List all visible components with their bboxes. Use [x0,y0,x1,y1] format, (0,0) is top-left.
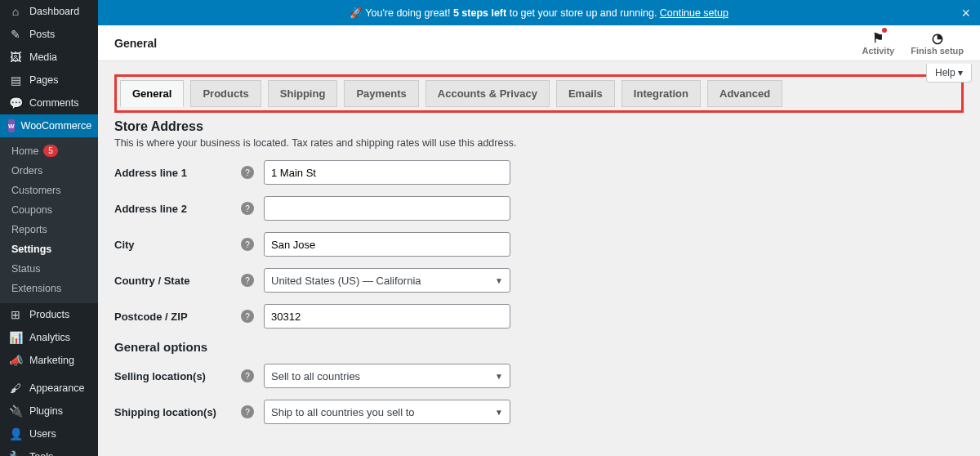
chevron-down-icon: ▼ [495,372,503,381]
submenu-label: Extensions [11,283,61,294]
banner-text: 🚀 You're doing great! 5 steps left to ge… [350,7,728,19]
select-value: Ship to all countries you sell to [271,406,415,418]
continue-setup-link[interactable]: Continue setup [660,7,728,19]
select-country-state[interactable]: United States (US) — California ▼ [264,268,510,293]
finish-setup-button[interactable]: ◔ Finish setup [911,30,964,56]
tab-integration[interactable]: Integration [621,80,701,107]
sidebar-label: Media [29,51,57,63]
sidebar-item-dashboard[interactable]: ⌂Dashboard [0,0,98,23]
sidebar-item-posts[interactable]: ✎Posts [0,23,98,46]
sidebar-item-comments[interactable]: 💬Comments [0,92,98,114]
submenu-label: Customers [11,185,60,196]
label-city: City [114,239,241,251]
sidebar-item-users[interactable]: 👤Users [0,422,98,445]
submenu-home[interactable]: Home5 [0,141,98,161]
submenu-coupons[interactable]: Coupons [0,200,98,220]
sidebar-label: WooCommerce [21,120,92,132]
row-city: City ? [114,232,964,257]
help-icon[interactable]: ? [241,405,254,418]
input-address-1[interactable] [264,160,510,185]
help-icon[interactable]: ? [241,166,254,179]
progress-icon: ◔ [932,30,943,46]
row-address-1: Address line 1 ? [114,160,964,185]
banner-bold: 5 steps left [453,7,506,19]
help-icon[interactable]: ? [241,202,254,215]
sidebar-item-analytics[interactable]: 📊Analytics [0,326,98,349]
label-shipping-locations: Shipping location(s) [114,406,241,418]
tab-products[interactable]: Products [190,80,261,107]
content-area: General Products Shipping Payments Accou… [98,61,980,424]
help-icon[interactable]: ? [241,310,254,323]
row-postcode: Postcode / ZIP ? [114,304,964,329]
submenu-extensions[interactable]: Extensions [0,279,98,298]
sidebar-item-products[interactable]: ⊞Products [0,303,98,326]
submenu-label: Settings [11,244,51,255]
input-address-2[interactable] [264,196,510,221]
sidebar-label: Posts [29,29,55,40]
users-icon: 👤 [8,427,23,440]
posts-icon: ✎ [8,28,23,41]
flag-icon: ⚑ [872,30,884,46]
sidebar-item-appearance[interactable]: 🖌Appearance [0,377,98,400]
section-description: This is where your business is located. … [114,137,964,149]
admin-sidebar: ⌂Dashboard ✎Posts 🖼Media ▤Pages 💬Comment… [0,0,98,456]
tools-icon: 🔧 [8,450,23,456]
page-title: General [114,37,157,50]
submenu-customers[interactable]: Customers [0,181,98,200]
sidebar-item-pages[interactable]: ▤Pages [0,69,98,92]
tab-accounts-privacy[interactable]: Accounts & Privacy [425,80,550,107]
banner-rest: to get your store up and running. [506,7,660,19]
sidebar-label: Products [29,309,69,320]
label-country-state: Country / State [114,275,241,287]
sidebar-item-tools[interactable]: 🔧Tools [0,445,98,456]
tab-emails[interactable]: Emails [556,80,615,107]
sidebar-item-marketing[interactable]: 📣Marketing [0,349,98,372]
input-city[interactable] [264,232,510,257]
marketing-icon: 📣 [8,354,23,367]
plugins-icon: 🔌 [8,405,23,418]
help-icon[interactable]: ? [241,238,254,251]
select-shipping-locations[interactable]: Ship to all countries you sell to ▼ [264,400,510,424]
help-icon[interactable]: ? [241,369,254,382]
sidebar-item-plugins[interactable]: 🔌Plugins [0,400,98,422]
sidebar-item-woocommerce[interactable]: WWooCommerce [0,114,98,137]
label-address-1: Address line 1 [114,167,241,179]
input-postcode[interactable] [264,304,510,329]
submenu-label: Orders [11,165,42,177]
submenu-status[interactable]: Status [0,259,98,279]
header-actions: ⚑ Activity ◔ Finish setup [862,30,964,56]
activity-button[interactable]: ⚑ Activity [862,30,894,56]
submenu-label: Home [11,145,38,157]
submenu-settings[interactable]: Settings [0,239,98,259]
select-value: Sell to all countries [271,370,360,382]
tabs-highlight-box: General Products Shipping Payments Accou… [114,74,964,113]
finish-label: Finish setup [911,46,964,56]
section-title-general-options: General options [114,340,964,354]
comments-icon: 💬 [8,96,23,110]
submenu-reports[interactable]: Reports [0,220,98,239]
section-title-store-address: Store Address [114,119,964,134]
tab-payments[interactable]: Payments [344,80,418,107]
submenu-label: Status [11,263,40,275]
main-area: 🚀 You're doing great! 5 steps left to ge… [98,0,980,456]
submenu-label: Reports [11,224,47,235]
tab-advanced[interactable]: Advanced [707,80,782,107]
woocommerce-submenu: Home5 Orders Customers Coupons Reports S… [0,137,98,303]
row-country-state: Country / State ? United States (US) — C… [114,268,964,293]
banner-prefix: 🚀 You're doing great! [350,7,453,19]
tab-general[interactable]: General [120,80,184,107]
tab-shipping[interactable]: Shipping [268,80,338,107]
row-shipping-locations: Shipping location(s) ? Ship to all count… [114,400,964,424]
help-icon[interactable]: ? [241,274,254,287]
submenu-label: Coupons [11,204,52,216]
submenu-orders[interactable]: Orders [0,161,98,181]
help-toggle[interactable]: Help ▾ [926,64,972,83]
setup-banner: 🚀 You're doing great! 5 steps left to ge… [98,0,980,25]
select-selling-locations[interactable]: Sell to all countries ▼ [264,364,510,388]
sidebar-item-media[interactable]: 🖼Media [0,46,98,69]
label-postcode: Postcode / ZIP [114,311,241,323]
sidebar-label: Comments [29,97,78,109]
analytics-icon: 📊 [8,331,23,344]
chevron-down-icon: ▼ [495,408,503,417]
close-icon[interactable]: × [961,5,970,22]
